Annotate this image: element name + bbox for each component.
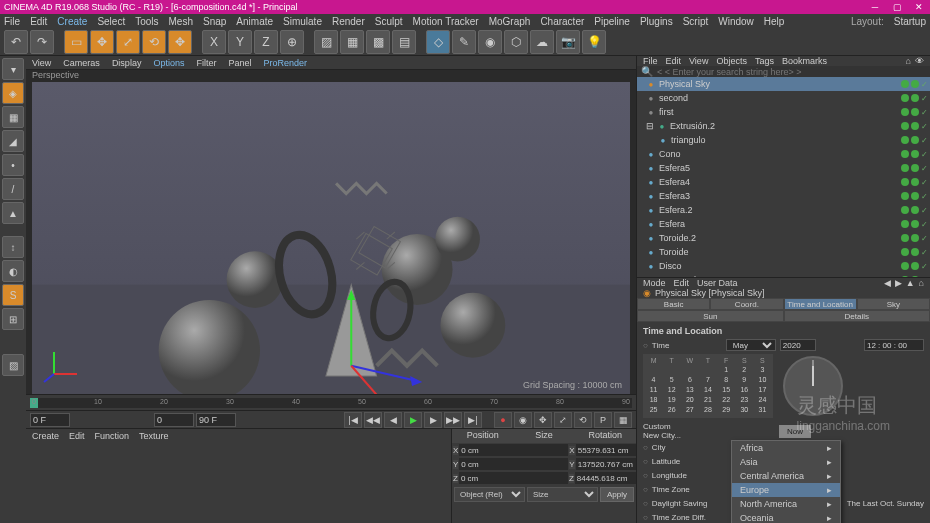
mat-menu-texture[interactable]: Texture bbox=[139, 431, 169, 441]
play-button[interactable]: ▶ bbox=[404, 412, 422, 428]
render-picture-viewer-button[interactable]: ▩ bbox=[366, 30, 390, 54]
visibility-render-toggle[interactable] bbox=[911, 108, 919, 116]
rotate-tool[interactable]: ⟲ bbox=[142, 30, 166, 54]
visibility-render-toggle[interactable] bbox=[911, 192, 919, 200]
attr-menu-edit[interactable]: Edit bbox=[674, 278, 690, 288]
obj-item-esfera-2[interactable]: ●Esfera.2✓ bbox=[637, 203, 930, 217]
cal-day[interactable]: 12 bbox=[663, 385, 680, 394]
coord-size-select[interactable]: Size bbox=[527, 487, 598, 502]
visibility-editor-toggle[interactable] bbox=[901, 164, 909, 172]
cal-day[interactable]: 1 bbox=[718, 365, 735, 374]
scale-tool[interactable]: ⤢ bbox=[116, 30, 140, 54]
menu-mesh[interactable]: Mesh bbox=[169, 16, 193, 27]
enable-checkbox[interactable]: ✓ bbox=[921, 80, 928, 89]
add-generator-button[interactable]: ◉ bbox=[478, 30, 502, 54]
attr-fwd-icon[interactable]: ▶ bbox=[895, 278, 902, 288]
attr-menu-user-data[interactable]: User Data bbox=[697, 278, 738, 288]
cal-day[interactable]: 21 bbox=[699, 395, 716, 404]
continent-oceania[interactable]: Oceania▸ bbox=[732, 511, 840, 523]
render-view-button[interactable]: ▨ bbox=[314, 30, 338, 54]
add-deformer-button[interactable]: ⬡ bbox=[504, 30, 528, 54]
add-environment-button[interactable]: ☁ bbox=[530, 30, 554, 54]
cal-day[interactable]: 6 bbox=[681, 375, 698, 384]
key-rot-button[interactable]: ⟲ bbox=[574, 412, 592, 428]
render-region-button[interactable]: ▦ bbox=[340, 30, 364, 54]
cal-day[interactable]: 4 bbox=[645, 375, 662, 384]
visibility-editor-toggle[interactable] bbox=[901, 220, 909, 228]
cal-day[interactable]: 15 bbox=[718, 385, 735, 394]
time-input[interactable] bbox=[864, 339, 924, 351]
enable-checkbox[interactable]: ✓ bbox=[921, 94, 928, 103]
visibility-render-toggle[interactable] bbox=[911, 234, 919, 242]
key-param-button[interactable]: P bbox=[594, 412, 612, 428]
visibility-render-toggle[interactable] bbox=[911, 122, 919, 130]
cal-day[interactable]: 3 bbox=[754, 365, 771, 374]
texture-mode-button[interactable]: ▦ bbox=[2, 106, 24, 128]
visibility-render-toggle[interactable] bbox=[911, 206, 919, 214]
enable-checkbox[interactable]: ✓ bbox=[921, 192, 928, 201]
cal-day[interactable]: 18 bbox=[645, 395, 662, 404]
coord-mode-select[interactable]: Object (Rel) bbox=[454, 487, 525, 502]
viewport-menu-display[interactable]: Display bbox=[112, 58, 142, 68]
frame-start-input[interactable] bbox=[30, 413, 70, 427]
visibility-render-toggle[interactable] bbox=[911, 220, 919, 228]
minimize-button[interactable]: ─ bbox=[868, 1, 882, 13]
viewport-menu-options[interactable]: Options bbox=[153, 58, 184, 68]
menu-create[interactable]: Create bbox=[57, 16, 87, 27]
obj-item-disco[interactable]: ●Disco✓ bbox=[637, 259, 930, 273]
obj-item-triangulo[interactable]: ●triangulo✓ bbox=[637, 133, 930, 147]
point-mode-button[interactable]: • bbox=[2, 154, 24, 176]
viewport-menu-prorender[interactable]: ProRender bbox=[263, 58, 307, 68]
obj-menu-edit[interactable]: Edit bbox=[666, 56, 682, 66]
viewport-menu-panel[interactable]: Panel bbox=[228, 58, 251, 68]
maximize-button[interactable]: ▢ bbox=[890, 1, 904, 13]
visibility-editor-toggle[interactable] bbox=[901, 122, 909, 130]
key-pos-button[interactable]: ✥ bbox=[534, 412, 552, 428]
render-settings-button[interactable]: ▤ bbox=[392, 30, 416, 54]
menu-script[interactable]: Script bbox=[683, 16, 709, 27]
visibility-editor-toggle[interactable] bbox=[901, 136, 909, 144]
cal-day[interactable]: 30 bbox=[736, 405, 753, 414]
pos-z-input[interactable] bbox=[459, 472, 568, 484]
cal-day[interactable]: 8 bbox=[718, 375, 735, 384]
attr-tab-time-and-location[interactable]: Time and Location bbox=[784, 298, 857, 310]
cal-day[interactable]: 19 bbox=[663, 395, 680, 404]
cal-day[interactable]: 25 bbox=[645, 405, 662, 414]
menu-select[interactable]: Select bbox=[97, 16, 125, 27]
obj-item-physical-sky[interactable]: ●Physical Sky✓ bbox=[637, 77, 930, 91]
cal-day[interactable]: 10 bbox=[754, 375, 771, 384]
live-select-tool[interactable]: ▭ bbox=[64, 30, 88, 54]
visibility-render-toggle[interactable] bbox=[911, 178, 919, 186]
viewport-3d[interactable]: Grid Spacing : 10000 cm bbox=[32, 82, 630, 394]
continent-europe[interactable]: Europe▸ bbox=[732, 483, 840, 497]
attr-tab-sky[interactable]: Sky bbox=[857, 298, 930, 310]
obj-item-esfera[interactable]: ●Esfera✓ bbox=[637, 217, 930, 231]
visibility-editor-toggle[interactable] bbox=[901, 94, 909, 102]
attr-tab-details[interactable]: Details bbox=[784, 310, 931, 322]
visibility-editor-toggle[interactable] bbox=[901, 80, 909, 88]
visibility-editor-toggle[interactable] bbox=[901, 262, 909, 270]
cal-day[interactable]: 9 bbox=[736, 375, 753, 384]
continent-central-america[interactable]: Central America▸ bbox=[732, 469, 840, 483]
cal-day[interactable]: 24 bbox=[754, 395, 771, 404]
enable-axis-button[interactable]: ↕ bbox=[2, 236, 24, 258]
enable-checkbox[interactable]: ✓ bbox=[921, 150, 928, 159]
add-pen-button[interactable]: ✎ bbox=[452, 30, 476, 54]
enable-checkbox[interactable]: ✓ bbox=[921, 234, 928, 243]
clock-widget[interactable] bbox=[783, 356, 843, 416]
expand-icon[interactable]: ⊟ bbox=[646, 121, 654, 131]
obj-home-icon[interactable]: ⌂ bbox=[906, 56, 911, 66]
viewport-menu-view[interactable]: View bbox=[32, 58, 51, 68]
close-button[interactable]: ✕ bbox=[912, 1, 926, 13]
obj-item-esfera4[interactable]: ●Esfera4✓ bbox=[637, 175, 930, 189]
continent-dropdown[interactable]: Africa▸Asia▸Central America▸Europe▸North… bbox=[731, 440, 841, 523]
obj-menu-view[interactable]: View bbox=[689, 56, 708, 66]
obj-item-second[interactable]: ●second✓ bbox=[637, 91, 930, 105]
x-axis-lock[interactable]: X bbox=[202, 30, 226, 54]
obj-menu-file[interactable]: File bbox=[643, 56, 658, 66]
visibility-render-toggle[interactable] bbox=[911, 248, 919, 256]
prev-key-button[interactable]: ◀◀ bbox=[364, 412, 382, 428]
menu-sculpt[interactable]: Sculpt bbox=[375, 16, 403, 27]
cal-day[interactable]: 13 bbox=[681, 385, 698, 394]
viewport-menu-filter[interactable]: Filter bbox=[196, 58, 216, 68]
